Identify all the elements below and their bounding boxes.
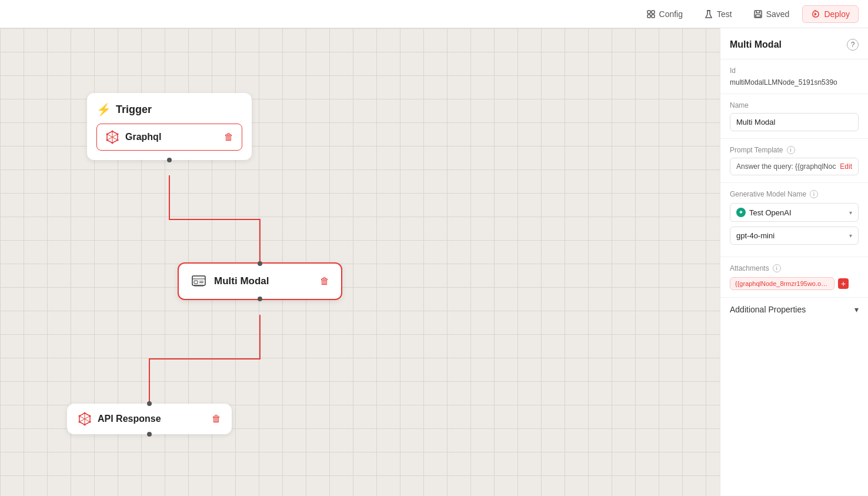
svg-rect-1 xyxy=(652,11,655,14)
attachments-label-row: Attachments i xyxy=(730,264,859,272)
model-dropdown-1[interactable]: ✦ Test OpenAI ▾ xyxy=(730,203,859,222)
model-dropdown-2[interactable]: gpt-4o-mini ▾ xyxy=(730,227,859,245)
test-icon xyxy=(704,9,713,19)
name-section: Name xyxy=(720,94,868,139)
prompt-display: Answer the query: {{graphqlNoc Edit xyxy=(730,158,859,175)
api-bottom-dot xyxy=(147,432,152,437)
attachments-label: Attachments xyxy=(730,264,769,272)
top-nav: Config Test Saved Deploy xyxy=(0,0,868,28)
model-info-icon[interactable]: i xyxy=(810,190,818,198)
prompt-label-row: Prompt Template i xyxy=(730,146,859,154)
model-dropdowns: ✦ Test OpenAI ▾ gpt-4o-mini ▾ xyxy=(730,203,859,245)
additional-properties-chevron: ▾ xyxy=(854,305,859,314)
saved-icon xyxy=(753,9,763,19)
trigger-bottom-dot xyxy=(167,158,172,162)
openai-icon: ✦ xyxy=(736,208,746,217)
api-top-dot xyxy=(147,401,152,406)
help-label: ? xyxy=(851,41,855,49)
saved-label: Saved xyxy=(766,9,790,19)
additional-properties-section[interactable]: Additional Properties ▾ xyxy=(720,298,868,321)
attachment-tag: {{graphqlNode_8rmzr195wo.outp xyxy=(730,277,834,290)
name-input[interactable] xyxy=(730,113,859,131)
id-label: Id xyxy=(730,66,859,75)
additional-properties-label: Additional Properties xyxy=(730,305,806,314)
prompt-template-label: Prompt Template xyxy=(730,146,783,154)
multi-modal-delete-icon[interactable]: 🗑 xyxy=(320,276,329,287)
multi-modal-label: Multi Modal xyxy=(214,275,269,287)
panel-title: Multi Modal xyxy=(730,39,782,50)
panel-header: Multi Modal ? xyxy=(720,28,868,59)
edit-button[interactable]: Edit xyxy=(840,162,852,171)
config-button[interactable]: Config xyxy=(638,6,691,22)
api-response-node: API Response 🗑 xyxy=(67,404,232,434)
api-delete-icon[interactable]: 🗑 xyxy=(212,414,221,424)
graphql-inner-left: Graphql xyxy=(105,130,161,144)
attachments-info-icon[interactable]: i xyxy=(773,264,781,272)
prompt-display-wrapper: Answer the query: {{graphqlNoc Edit xyxy=(730,158,859,175)
multi-modal-node: Multi Modal 🗑 xyxy=(178,262,342,300)
attachments-section: Attachments i {{graphqlNode_8rmzr195wo.o… xyxy=(720,257,868,298)
deploy-label: Deploy xyxy=(824,9,850,19)
svg-rect-3 xyxy=(652,15,655,18)
multi-modal-top-dot xyxy=(258,261,262,266)
deploy-button[interactable]: Deploy xyxy=(802,5,859,23)
attachment-text: {{graphqlNode_8rmzr195wo.outp xyxy=(735,280,829,287)
model-dropdown-1-left: ✦ Test OpenAI xyxy=(736,208,792,217)
saved-button[interactable]: Saved xyxy=(745,6,798,22)
svg-rect-0 xyxy=(647,11,650,14)
svg-rect-2 xyxy=(647,15,650,18)
id-section: Id multiModalLLMNode_5191sn539o xyxy=(720,59,868,94)
graphql-inner-node: Graphql 🗑 xyxy=(96,124,242,151)
multi-modal-icon xyxy=(191,273,207,289)
id-value: multiModalLLMNode_5191sn539o xyxy=(730,78,859,86)
prompt-template-section: Prompt Template i Answer the query: {{gr… xyxy=(720,139,868,183)
test-button[interactable]: Test xyxy=(696,6,740,22)
prompt-text: Answer the query: {{graphqlNoc xyxy=(736,162,837,171)
multi-modal-left: Multi Modal xyxy=(191,273,269,289)
main-layout: ⚡ Trigger xyxy=(0,28,868,496)
right-panel: Multi Modal ? Id multiModalLLMNode_5191s… xyxy=(720,28,868,496)
trigger-node: ⚡ Trigger xyxy=(87,93,252,160)
model-label: Generative Model Name xyxy=(730,190,806,198)
chevron-down-icon-2: ▾ xyxy=(849,232,852,239)
name-label: Name xyxy=(730,101,859,109)
api-response-icon xyxy=(78,412,92,426)
test-label: Test xyxy=(717,9,732,19)
attachments-row: {{graphqlNode_8rmzr195wo.outp + xyxy=(730,277,859,290)
graphql-icon xyxy=(105,130,119,144)
trigger-label: Trigger xyxy=(116,104,152,116)
api-response-label: API Response xyxy=(98,414,161,424)
model-dropdown-2-left: gpt-4o-mini xyxy=(736,231,774,240)
graphql-label: Graphql xyxy=(125,132,161,142)
trigger-header: ⚡ Trigger xyxy=(96,102,242,116)
model-section: Generative Model Name i ✦ Test OpenAI ▾ … xyxy=(720,183,868,257)
api-left: API Response xyxy=(78,412,161,426)
multi-modal-bottom-dot xyxy=(258,297,262,301)
prompt-info-icon[interactable]: i xyxy=(787,146,795,154)
svg-rect-6 xyxy=(756,15,760,17)
canvas[interactable]: ⚡ Trigger xyxy=(0,28,720,496)
config-icon xyxy=(646,9,656,19)
trigger-lightning-icon: ⚡ xyxy=(96,102,111,116)
model-label-row: Generative Model Name i xyxy=(730,190,859,198)
deploy-icon xyxy=(811,9,820,19)
model-name-1: Test OpenAI xyxy=(749,208,792,217)
help-icon[interactable]: ? xyxy=(847,39,859,51)
add-attachment-button[interactable]: + xyxy=(838,278,849,289)
chevron-down-icon-1: ▾ xyxy=(849,209,852,216)
config-label: Config xyxy=(659,9,683,19)
svg-rect-19 xyxy=(194,281,198,284)
model-name-2: gpt-4o-mini xyxy=(736,231,774,240)
graphql-delete-icon[interactable]: 🗑 xyxy=(224,132,233,142)
